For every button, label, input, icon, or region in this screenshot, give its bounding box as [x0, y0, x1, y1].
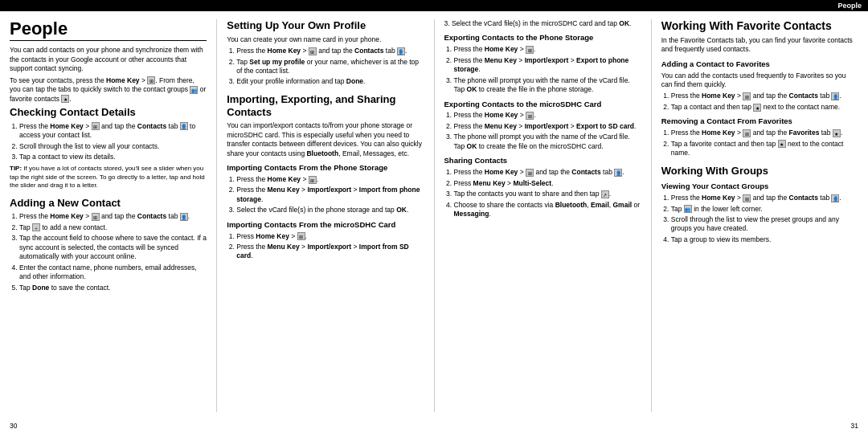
- divider-1: [216, 19, 217, 412]
- divider-2: [434, 19, 435, 412]
- adding-new-contact-list: Press the Home Key > ⊞ and tap the Conta…: [10, 212, 207, 292]
- importing-phone-storage-list: Press the Home Key > ⊞. Press the Menu K…: [227, 175, 424, 215]
- header-bar: People: [0, 0, 868, 11]
- working-with-favorites-heading: Working With Favorite Contacts: [661, 19, 858, 33]
- checking-contact-details-heading: Checking Contact Details: [10, 106, 207, 119]
- footer: 30 31: [0, 420, 868, 433]
- sharing-contacts-list: Press the Home Key > ⊞ and tap the Conta…: [444, 168, 641, 219]
- working-with-groups-heading: Working With Groups: [661, 165, 858, 178]
- exporting-microsd-list: Press the Home Key > ⊞. Press the Menu K…: [444, 111, 641, 151]
- importing-phone-storage-heading: Importing Contacts From the Phone Storag…: [227, 163, 424, 174]
- column-1: People You can add contacts on your phon…: [10, 19, 213, 412]
- col1-intro: You can add contacts on your phone and s…: [10, 46, 207, 73]
- col1-tip: TIP: If you have a lot of contacts store…: [10, 165, 207, 190]
- importing-microsd-heading: Importing Contacts From the microSDHC Ca…: [227, 220, 424, 231]
- col1-intro2: To see your contacts, press the Home Key…: [10, 76, 207, 104]
- importing-microsd-list: Press Home Key > ⊞. Press the Menu Key >…: [227, 232, 424, 261]
- checking-contact-details-list: Press the Home Key > ⊞ and tap the Conta…: [10, 122, 207, 162]
- divider-3: [651, 19, 652, 412]
- adding-contact-favorites-intro: You can add the contacts used frequently…: [661, 71, 858, 90]
- exporting-phone-storage-list: Press the Home Key > ⊞. Press the Menu K…: [444, 45, 641, 94]
- sharing-contacts-heading: Sharing Contacts: [444, 156, 641, 166]
- importing-exporting-intro: You can import/export contacts to/from y…: [227, 121, 424, 158]
- page-number-right: 31: [851, 422, 858, 430]
- setting-up-profile-heading: Setting Up Your Own Profile: [227, 19, 424, 32]
- importing-exporting-heading: Importing, Exporting, and Sharing Contac…: [227, 93, 424, 118]
- setting-up-profile-intro: You can create your own name card in you…: [227, 35, 424, 44]
- removing-contact-favorites-list: Press the Home Key > ⊞ and tap the Favor…: [661, 129, 858, 157]
- viewing-contact-groups-heading: Viewing Your Contact Groups: [661, 182, 858, 192]
- exporting-microsd-heading: Exporting Contacts to the microSDHC Card: [444, 100, 641, 110]
- adding-contact-favorites-heading: Adding a Contact to Favorites: [661, 59, 858, 70]
- page-title-left: People: [10, 19, 207, 41]
- col3-continue-step: 3. Select the vCard file(s) in the micro…: [444, 19, 641, 28]
- column-4: Working With Favorite Contacts In the Fa…: [655, 19, 858, 412]
- adding-contact-favorites-list: Press the Home Key > ⊞ and tap the Conta…: [661, 92, 858, 112]
- viewing-contact-groups-list: Press the Home Key > ⊞ and tap the Conta…: [661, 194, 858, 244]
- working-with-favorites-intro: In the Favorite Contacts tab, you can fi…: [661, 36, 858, 55]
- exporting-phone-storage-heading: Exporting Contacts to the Phone Storage: [444, 33, 641, 43]
- adding-new-contact-heading: Adding a New Contact: [10, 197, 207, 210]
- header-title: People: [837, 2, 862, 10]
- setting-up-profile-list: Press the Home Key > ⊞ and tap the Conta…: [227, 47, 424, 87]
- page-number-left: 30: [10, 422, 17, 430]
- column-3: 3. Select the vCard file(s) in the micro…: [438, 19, 648, 412]
- column-2: Setting Up Your Own Profile You can crea…: [220, 19, 430, 412]
- removing-contact-favorites-heading: Removing a Contact From Favorites: [661, 116, 858, 127]
